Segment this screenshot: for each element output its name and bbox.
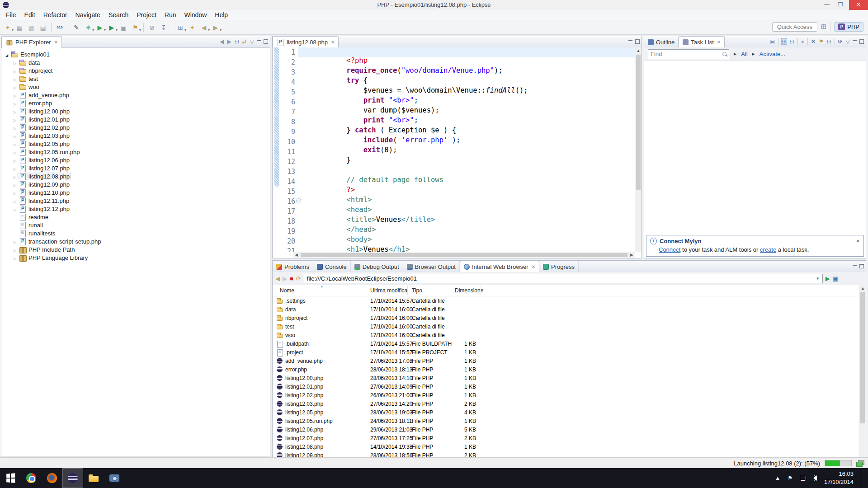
table-row[interactable]: .project 17/10/2014 15:57 File PROJECT 1…	[273, 348, 859, 357]
create-link[interactable]: create	[760, 246, 776, 253]
code-line[interactable]: 21	[273, 246, 635, 252]
tree-item[interactable]: listing12.05.php	[1, 140, 270, 148]
expander-icon[interactable]	[12, 238, 18, 245]
bottom-tab[interactable]: Debug Output ✕	[351, 261, 403, 272]
tree-item[interactable]: test	[1, 75, 270, 83]
collapse-all-icon[interactable]: ⊟	[827, 39, 831, 44]
expander-icon[interactable]	[12, 132, 18, 139]
hide-completed-icon[interactable]: ✕	[811, 39, 816, 44]
chrome-taskbar-button[interactable]	[21, 468, 42, 488]
link-with-editor-icon[interactable]: ⇄	[242, 39, 247, 44]
tree-item[interactable]: listing12.05.run.php	[1, 148, 270, 156]
tree-item[interactable]: listing12.11.php	[1, 197, 270, 205]
forward-icon[interactable]: ▶	[227, 39, 231, 44]
group-owner-icon[interactable]: ⚑	[819, 39, 824, 44]
close-icon[interactable]: ✕	[532, 264, 535, 269]
scrollbar-thumb[interactable]	[301, 253, 627, 257]
column-header-nome[interactable]: Nome	[280, 287, 294, 294]
table-row[interactable]: listing12.08.php 14/10/2014 19:38 File P…	[273, 442, 859, 451]
eclipse-taskbar-button[interactable]	[62, 468, 83, 488]
expander-icon[interactable]	[12, 157, 18, 164]
close-icon[interactable]: ✕	[856, 239, 860, 244]
browser-go-icon[interactable]: ▶	[826, 275, 830, 282]
cell-name[interactable]: listing12.05.php	[285, 409, 323, 416]
browser-back-icon[interactable]: ◀	[275, 275, 280, 282]
show-desktop-button[interactable]	[861, 468, 863, 488]
expander-icon[interactable]	[4, 51, 9, 58]
browser-vertical-scrollbar[interactable]: ▲	[859, 285, 866, 457]
cell-name[interactable]: listing12.00.php	[285, 375, 323, 381]
screenshot-tool-taskbar-button[interactable]	[104, 468, 125, 488]
scheduled-view-icon[interactable]: ⊟	[790, 39, 794, 44]
tab-outline[interactable]: Outline	[644, 37, 679, 47]
cell-name[interactable]: listing12.08.php	[285, 444, 323, 450]
minimize-view-button[interactable]	[853, 40, 857, 42]
cell-name[interactable]: nbproject	[285, 315, 307, 321]
table-row[interactable]: listing12.02.php 26/06/2013 21:00 File P…	[273, 391, 859, 399]
tree-item[interactable]: listing12.09.php	[1, 180, 270, 188]
table-row[interactable]: listing12.05.run.php 24/06/2013 18:11 Fi…	[273, 417, 859, 425]
cell-name[interactable]: listing12.05.run.php	[285, 418, 333, 424]
table-row[interactable]: data 17/10/2014 16:00 Cartella di file	[273, 305, 859, 314]
table-row[interactable]: test 17/10/2014 16:00 Cartella di file	[273, 322, 859, 331]
expander-icon[interactable]	[12, 59, 18, 66]
view-menu-icon[interactable]: ▽	[250, 39, 254, 44]
cell-name[interactable]: listing12.02.php	[285, 392, 323, 399]
view-menu-icon[interactable]: ▽	[846, 39, 850, 44]
menu-item[interactable]: Navigate	[71, 10, 104, 20]
maximize-window-button[interactable]: ❐	[834, 0, 847, 10]
tree-item[interactable]: woo	[1, 83, 270, 91]
column-header-tipo[interactable]: Tipo	[412, 287, 422, 294]
close-window-button[interactable]: ✕	[849, 0, 868, 10]
table-row[interactable]: listing12.06.php 29/06/2013 21:03 File P…	[273, 425, 859, 434]
close-icon[interactable]: ✕	[717, 40, 721, 45]
scrollbar-thumb[interactable]	[636, 55, 641, 190]
expander-icon[interactable]	[12, 116, 18, 123]
cell-name[interactable]: woo	[285, 332, 295, 338]
scroll-up-arrow[interactable]: ▲	[635, 48, 642, 53]
close-icon[interactable]: ✕	[54, 40, 58, 45]
tree-item[interactable]: PHP Include Path	[1, 245, 270, 253]
scroll-left-arrow[interactable]: ◀	[295, 253, 298, 257]
bottom-tab[interactable]: Console ✕	[313, 261, 351, 272]
taskbar-clock[interactable]: 16:03 17/10/2014	[824, 470, 854, 486]
maximize-view-button[interactable]	[859, 39, 864, 44]
cell-name[interactable]: .buildpath	[285, 341, 309, 347]
code-area[interactable]: 1 <?php 2 require_once("woo/domain/Venue…	[273, 47, 635, 252]
step-filters-icon[interactable]: ↧	[158, 22, 169, 33]
tree-item[interactable]: runalltests	[1, 229, 270, 237]
file-explorer-taskbar-button[interactable]	[83, 468, 104, 488]
minimize-view-button[interactable]	[628, 40, 632, 42]
scroll-up-arrow[interactable]: ▲	[861, 286, 865, 291]
table-row[interactable]: listing12.03.php 27/06/2013 14:20 File P…	[273, 399, 859, 408]
background-jobs-icon[interactable]	[856, 460, 864, 466]
editor-horizontal-scrollbar[interactable]: ◀ ▶	[293, 252, 635, 258]
expander-icon[interactable]	[12, 124, 18, 131]
url-input[interactable]: file:///C:/LocalWebRootEclipse/Esempio01…	[304, 274, 823, 283]
categorized-view-icon[interactable]: ⊞	[782, 39, 786, 44]
last-edit-location-icon[interactable]: ✦	[187, 22, 198, 33]
menu-item[interactable]: Refactor	[39, 10, 71, 20]
tree-item[interactable]: listing12.12.php	[1, 205, 270, 213]
tree-item[interactable]: data	[1, 58, 270, 66]
cell-name[interactable]: listing12.06.php	[285, 427, 323, 433]
volume-icon[interactable]	[813, 475, 817, 481]
run-icon[interactable]: ▶	[94, 22, 105, 33]
menu-item[interactable]: Project	[132, 10, 160, 20]
php-binary-icon[interactable]: 010	[54, 22, 65, 33]
quick-access-box[interactable]: Quick Access	[772, 22, 817, 32]
close-icon[interactable]: ✕	[331, 40, 335, 45]
expander-icon[interactable]	[12, 246, 18, 253]
new-file-icon[interactable]: ✦	[2, 22, 13, 33]
collapse-all-icon[interactable]: ⊟	[235, 39, 239, 44]
firefox-taskbar-button[interactable]	[42, 468, 62, 488]
new-task-icon[interactable]: ▣	[770, 39, 775, 44]
tree-item[interactable]: listing12.00.php	[1, 107, 270, 115]
cell-name[interactable]: listing12.01.php	[285, 384, 323, 390]
tree-item[interactable]: listing12.06.php	[1, 156, 270, 164]
cell-name[interactable]: listing12.09.php	[285, 452, 323, 457]
column-header-ultima-modifica[interactable]: Ultima modifica	[370, 287, 407, 294]
table-row[interactable]: listing12.05.php 28/06/2013 19:03 File P…	[273, 408, 859, 417]
back-icon[interactable]: ◀	[220, 39, 224, 44]
show-hidden-icons-button[interactable]: ▲	[775, 475, 780, 481]
